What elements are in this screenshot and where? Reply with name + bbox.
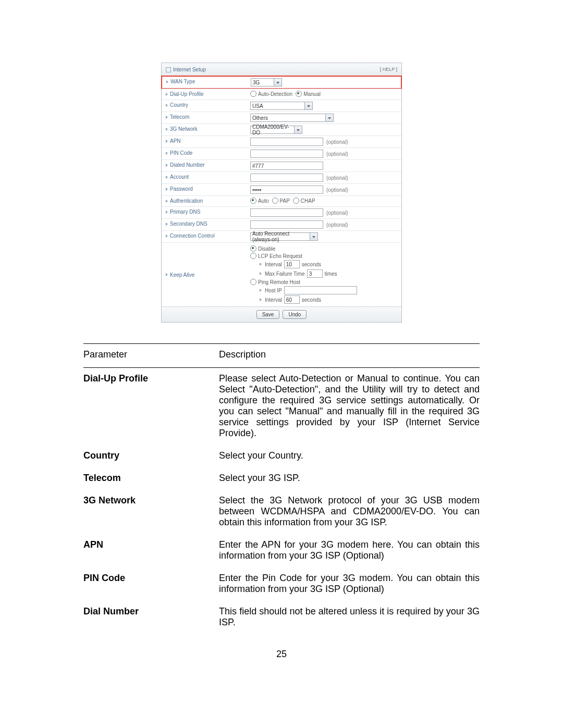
apn-label: APN bbox=[170, 138, 181, 144]
sdns-label: Secondary DNS bbox=[170, 221, 207, 227]
config-screenshot: Internet Setup [ HELP ] WAN Type 3G Dial… bbox=[0, 0, 563, 323]
param-desc: Select the 3G Network protocol of your 3… bbox=[219, 495, 480, 528]
table-row: PIN Code Enter the Pin Code for your 3G … bbox=[83, 573, 480, 595]
ka-interval-label: Interval bbox=[265, 262, 282, 267]
row-pin: PIN Code (optional) bbox=[162, 147, 401, 159]
undo-button[interactable]: Undo bbox=[283, 310, 307, 319]
panel-icon bbox=[166, 67, 171, 72]
param-name: Dial-Up Profile bbox=[83, 373, 219, 439]
pdns-input[interactable] bbox=[250, 208, 323, 217]
panel-header: Internet Setup [ HELP ] bbox=[162, 63, 401, 76]
password-label: Password bbox=[170, 186, 193, 192]
country-label: Country bbox=[170, 102, 188, 108]
row-3g-network: 3G Network CDMA2000/EV-DO bbox=[162, 124, 401, 135]
keepalive-label: Keep Alive bbox=[170, 272, 194, 278]
country-select[interactable]: USA bbox=[250, 102, 313, 110]
table-head-description: Description bbox=[219, 349, 480, 360]
ka-interval2-label: Interval bbox=[265, 297, 282, 303]
telecom-select[interactable]: Others bbox=[250, 114, 334, 122]
ka-maxfail-input[interactable]: 3 bbox=[307, 269, 323, 278]
conn-label: Connection Control bbox=[170, 233, 215, 239]
dialed-input[interactable]: #777 bbox=[250, 162, 323, 170]
auth-label: Authentication bbox=[170, 198, 203, 204]
dialed-label: Dialed Number bbox=[170, 162, 205, 168]
table-row: APN Enter the APN for your 3G modem here… bbox=[83, 539, 480, 561]
row-wan-type: WAN Type 3G bbox=[161, 76, 402, 89]
ka-maxfail-unit: times bbox=[325, 271, 337, 277]
ka-maxfail-label: Max Failure Time bbox=[265, 271, 305, 277]
panel-footer: Save Undo bbox=[162, 306, 401, 322]
table-row: Dial Number This field should not be alt… bbox=[83, 606, 480, 628]
param-name: Dial Number bbox=[83, 606, 219, 628]
dialup-manual-radio[interactable]: Manual bbox=[296, 91, 321, 97]
row-dialed-number: Dialed Number #777 bbox=[162, 159, 401, 171]
ka-hostip-label: Host IP bbox=[265, 288, 282, 293]
pdns-optional: (optional) bbox=[326, 210, 348, 216]
pin-label: PIN Code bbox=[170, 150, 192, 156]
apn-optional: (optional) bbox=[326, 139, 348, 145]
table-row: Dial-Up Profile Please select Auto-Detec… bbox=[83, 373, 480, 439]
row-secondary-dns: Secondary DNS (optional) bbox=[162, 218, 401, 230]
ka-interval-unit: seconds bbox=[302, 262, 321, 267]
param-name: PIN Code bbox=[83, 573, 219, 595]
row-apn: APN (optional) bbox=[162, 135, 401, 147]
param-name: 3G Network bbox=[83, 495, 219, 528]
ka-ping-radio[interactable]: Ping Remote Host bbox=[250, 279, 357, 285]
password-optional: (optional) bbox=[326, 187, 348, 193]
ka-interval2-input[interactable]: 60 bbox=[284, 295, 300, 304]
row-authentication: Authentication Auto PAP CHAP bbox=[162, 195, 401, 206]
page-number: 25 bbox=[0, 649, 563, 660]
panel-title: Internet Setup bbox=[173, 67, 380, 72]
account-optional: (optional) bbox=[326, 175, 348, 181]
account-label: Account bbox=[170, 174, 189, 180]
help-link[interactable]: [ HELP ] bbox=[380, 67, 397, 72]
row-password: Password ••••• (optional) bbox=[162, 183, 401, 195]
param-desc: Enter the APN for your 3G modem here. Yo… bbox=[219, 539, 480, 561]
param-name: Country bbox=[83, 450, 219, 461]
wan-type-label: WAN Type bbox=[170, 79, 195, 84]
row-account: Account (optional) bbox=[162, 171, 401, 183]
table-row: Telecom Select your 3G ISP. bbox=[83, 473, 480, 484]
parameter-table: Parameter Description Dial-Up Profile Pl… bbox=[83, 343, 480, 628]
row-primary-dns: Primary DNS (optional) bbox=[162, 206, 401, 218]
pin-input[interactable] bbox=[250, 150, 323, 158]
auth-auto-radio[interactable]: Auto bbox=[250, 198, 269, 204]
ka-interval-input[interactable]: 10 bbox=[284, 260, 300, 268]
ka-hostip-input[interactable] bbox=[284, 286, 357, 294]
conn-select[interactable]: Auto Reconnect (always-on) bbox=[250, 232, 318, 241]
dialup-label: Dial-Up Profile bbox=[170, 91, 203, 97]
pin-optional: (optional) bbox=[326, 151, 348, 157]
sdns-input[interactable] bbox=[250, 220, 323, 229]
ka-disable-radio[interactable]: Disable bbox=[250, 245, 357, 252]
row-telecom: Telecom Others bbox=[162, 112, 401, 124]
row-keep-alive: Keep Alive Disable LCP Echo Request Inte… bbox=[162, 242, 401, 306]
param-desc: Select your 3G ISP. bbox=[219, 473, 480, 484]
table-head-parameter: Parameter bbox=[83, 349, 219, 360]
table-row: Country Select your Country. bbox=[83, 450, 480, 461]
dialup-auto-radio[interactable]: Auto-Detection bbox=[250, 91, 292, 97]
param-name: APN bbox=[83, 539, 219, 561]
param-desc: Please select Auto-Detection or Manual t… bbox=[219, 373, 480, 439]
param-desc: Select your Country. bbox=[219, 450, 480, 461]
network3g-label: 3G Network bbox=[170, 126, 198, 132]
table-row: 3G Network Select the 3G Network protoco… bbox=[83, 495, 480, 528]
param-name: Telecom bbox=[83, 473, 219, 484]
ka-lcp-radio[interactable]: LCP Echo Request bbox=[250, 253, 357, 259]
apn-input[interactable] bbox=[250, 138, 323, 146]
password-input[interactable]: ••••• bbox=[250, 186, 323, 194]
account-input[interactable] bbox=[250, 174, 323, 182]
ka-interval2-unit: seconds bbox=[302, 297, 321, 303]
telecom-label: Telecom bbox=[170, 114, 189, 120]
row-connection-control: Connection Control Auto Reconnect (alway… bbox=[162, 230, 401, 242]
wan-type-select[interactable]: 3G bbox=[251, 78, 282, 87]
pdns-label: Primary DNS bbox=[170, 209, 200, 215]
row-dialup-profile: Dial-Up Profile Auto-Detection Manual bbox=[162, 89, 401, 100]
auth-pap-radio[interactable]: PAP bbox=[272, 198, 290, 204]
network3g-select[interactable]: CDMA2000/EV-DO bbox=[250, 126, 302, 134]
auth-chap-radio[interactable]: CHAP bbox=[293, 198, 315, 204]
param-desc: Enter the Pin Code for your 3G modem. Yo… bbox=[219, 573, 480, 595]
row-country: Country USA bbox=[162, 100, 401, 112]
param-desc: This field should not be altered unless … bbox=[219, 606, 480, 628]
save-button[interactable]: Save bbox=[256, 310, 280, 319]
sdns-optional: (optional) bbox=[326, 222, 348, 228]
